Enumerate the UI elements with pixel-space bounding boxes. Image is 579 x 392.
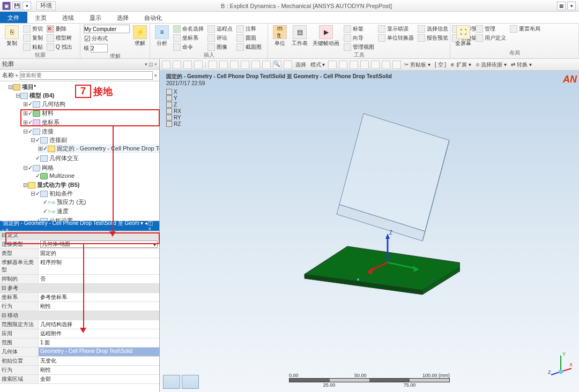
section-button[interactable]: 截面图 <box>235 43 263 51</box>
prop-value[interactable]: 无变化 <box>39 357 159 365</box>
vp-btn[interactable] <box>230 61 239 69</box>
tree-fixed-joint[interactable]: 固定的 - Geometry - Cell Phone Drop Test\So… <box>57 145 159 152</box>
vp-btn[interactable] <box>251 61 260 69</box>
vp-btn[interactable] <box>219 61 228 69</box>
pane-dropdown-icon[interactable]: ▾ <box>145 62 147 67</box>
vp-zoom-icon[interactable]: 🔍 <box>273 61 281 69</box>
analysis-button[interactable]: ≡分析 <box>153 25 170 48</box>
vp-btn[interactable] <box>371 61 380 69</box>
tab-select[interactable]: 选择 <box>109 12 137 23</box>
vp-btn[interactable] <box>382 61 390 69</box>
vp-btn[interactable] <box>392 61 401 69</box>
annotation-box-tree <box>20 109 160 126</box>
vp-btn[interactable] <box>339 61 347 69</box>
prop-value[interactable]: 远程附件 <box>39 329 159 338</box>
delete-button[interactable]: ✕删除 <box>46 25 73 33</box>
tab-display[interactable]: 显示 <box>82 12 109 23</box>
vp-btn[interactable] <box>183 61 192 69</box>
prop-value[interactable]: 程序控制 <box>39 258 159 274</box>
prop-value[interactable]: 1 面 <box>39 338 159 347</box>
tab-file[interactable]: 文件 <box>0 12 27 23</box>
prop-value[interactable]: 刚性 <box>39 302 159 311</box>
tab-home[interactable]: 主页 <box>27 12 55 23</box>
vp-btn[interactable] <box>209 61 217 69</box>
cut-button[interactable]: 剪切 <box>22 25 44 33</box>
prop-value[interactable]: 几何结构选择 <box>39 320 159 329</box>
pane-close-icon[interactable]: × <box>154 62 157 67</box>
group-label-outline: 轮廓 <box>3 51 77 59</box>
cores-input[interactable] <box>91 44 108 52</box>
vp-btn[interactable] <box>173 61 181 69</box>
command-button[interactable]: 命令 <box>172 43 205 51</box>
find-button[interactable]: Q 找出 <box>46 43 73 51</box>
prop-value[interactable]: 固定的 <box>39 249 159 258</box>
search-input[interactable] <box>20 71 153 80</box>
fullscreen-button[interactable]: ⛶全屏幕 <box>454 25 473 48</box>
duplicate-button[interactable]: ⎘复制 <box>3 25 20 48</box>
preview-thumbs[interactable] <box>163 375 199 389</box>
vp-btn[interactable] <box>284 61 292 69</box>
layout-grid-icon[interactable]: ▦ <box>557 2 566 10</box>
namedsel-button[interactable]: 命名选择 <box>172 25 205 33</box>
qat-dropdown-icon[interactable]: ▾ <box>23 2 31 10</box>
tab-automation[interactable]: 自动化 <box>137 12 170 23</box>
annotation-button[interactable]: 注释 <box>235 25 263 33</box>
face-button[interactable]: 圆面 <box>235 34 263 42</box>
worksheet-button[interactable]: ▤工作表 <box>290 25 309 48</box>
image-button[interactable]: 图像 <box>206 43 234 51</box>
vp-expand[interactable]: ⊕ 扩展 ▾ <box>449 61 472 69</box>
vp-seldep[interactable]: ⊙ 选择依据 ▾ <box>474 61 508 69</box>
manageview-button[interactable]: 管理视图 <box>343 43 375 51</box>
copy-button[interactable]: 复制 <box>22 34 44 42</box>
reportpv-button[interactable]: 报告预览 <box>417 34 449 42</box>
vp-clipboard[interactable]: ✂ 剪贴板 ▾ <box>403 61 432 69</box>
selinfo-button[interactable]: 选择信息 <box>417 25 449 33</box>
vp-btn[interactable] <box>262 61 271 69</box>
userdef-button[interactable]: 用户定义 <box>474 34 507 42</box>
tab-connections[interactable]: 连续 <box>55 12 82 23</box>
outline-tree[interactable]: ⊟ 项目* ⊟ 模型 (B4) ⊞✓ 几何结构 ⊞✓ 材料 ⊞✓ 坐标系 ⊟✓ … <box>0 81 159 221</box>
remotept-button[interactable]: 远程点 <box>206 25 234 33</box>
vp-btn[interactable] <box>350 61 358 69</box>
qat-save-icon[interactable]: 💾 <box>12 2 21 10</box>
prop-value[interactable]: 刚性 <box>39 366 159 374</box>
vp-btn[interactable] <box>162 61 170 69</box>
prop-value[interactable]: 参考坐标系 <box>39 293 159 301</box>
prop-value[interactable]: 全部 <box>39 375 159 383</box>
pane-pin-icon[interactable]: ◫ <box>149 62 153 67</box>
manage-button[interactable]: 管理 <box>474 25 507 33</box>
keyframe-button[interactable]: ▶关键帧动画 <box>311 25 341 48</box>
modeltree-button[interactable]: 模型树 <box>46 34 73 42</box>
resetlayout-button[interactable]: 重置布局 <box>509 25 541 33</box>
vp-convert[interactable]: ⇄ 转换 ▾ <box>510 61 533 69</box>
props-pin-icon[interactable]: ◫ <box>148 220 153 226</box>
context-tab[interactable]: 环境 <box>36 1 56 10</box>
comment-button[interactable]: 评论 <box>206 34 234 42</box>
showerrors-button[interactable]: 显示错误 <box>377 25 415 33</box>
vp-btn[interactable] <box>360 61 369 69</box>
solve-button[interactable]: ⚡求解 <box>131 25 149 48</box>
tags-button[interactable]: 标签 <box>343 25 375 33</box>
dof-legend: X Y Z RX RY RZ <box>166 89 181 127</box>
vp-btn[interactable] <box>241 61 249 69</box>
ribbon-tabs: 文件 主页 连续 显示 选择 自动化 <box>0 12 579 24</box>
units-button[interactable]: mft单位 <box>271 25 288 48</box>
coordsys-button[interactable]: 坐标系 <box>172 34 205 42</box>
qat-app-icon[interactable]: ▣ <box>2 2 11 10</box>
vp-btn[interactable] <box>328 61 337 69</box>
titlebar: ▣ 💾 ▾ 环境 B : Explicit Dynamics - Mechani… <box>0 0 579 12</box>
unitconv-button[interactable]: 单位转换器 <box>377 34 415 42</box>
viewport-canvas[interactable]: 固定的 - Geometry - Cell Phone Drop Test\So… <box>160 71 579 392</box>
paste-button[interactable]: 粘贴 <box>22 43 44 51</box>
vp-select[interactable]: 选择 <box>294 61 307 69</box>
wizard-button[interactable]: 向导 <box>343 34 375 42</box>
vp-btn[interactable] <box>194 61 203 69</box>
view-triad[interactable]: Y Z X <box>548 350 574 376</box>
layout-dropdown-icon[interactable]: ▾ <box>567 2 576 10</box>
solver-combo[interactable] <box>84 25 130 33</box>
prop-value[interactable]: 否 <box>39 275 159 283</box>
prop-value[interactable]: Geometry - Cell Phone Drop Test\Solid <box>39 348 159 356</box>
scale-ruler: 0.0050.00100.00 (mm) 25.0075.00 <box>289 373 450 388</box>
distributed-check[interactable]: ✓分布式 <box>84 34 130 43</box>
vp-mode[interactable]: 模式 ▾ <box>309 61 326 69</box>
